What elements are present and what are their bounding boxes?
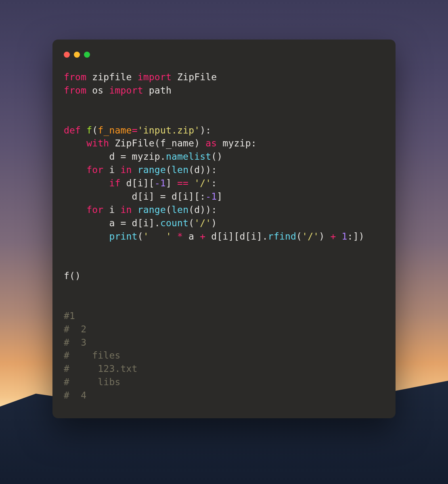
keyword-for: for	[86, 204, 103, 215]
keyword-in: in	[121, 204, 132, 215]
builtin-print: print	[109, 231, 137, 242]
string-literal: ' '	[143, 231, 172, 242]
parameter: f_name	[98, 125, 132, 136]
builtin-range: range	[138, 165, 166, 175]
string-literal: '/'	[194, 218, 211, 228]
keyword-if: if	[109, 178, 120, 188]
keyword-import: import	[109, 85, 143, 96]
code-window: from zipfile import ZipFile from os impo…	[52, 40, 396, 418]
comment: # files	[64, 350, 120, 361]
function-call: f()	[64, 271, 81, 281]
builtin-len: len	[172, 204, 188, 215]
keyword-with: with	[86, 138, 109, 148]
class-name: path	[149, 85, 172, 96]
keyword-def: def	[64, 125, 81, 136]
string-literal: '/'	[194, 178, 211, 188]
module-name: zipfile	[92, 72, 132, 82]
module-name: os	[92, 85, 103, 96]
comment: # 4	[64, 390, 86, 401]
keyword-as: as	[205, 138, 217, 148]
comment: #1	[64, 311, 75, 321]
keyword-for: for	[86, 165, 103, 175]
comment: # libs	[64, 377, 120, 387]
builtin-range: range	[138, 204, 166, 215]
string-literal: 'input.zip'	[138, 125, 200, 136]
keyword-from: from	[64, 85, 86, 96]
method-rfind: rfind	[268, 231, 296, 242]
code-editor[interactable]: from zipfile import ZipFile from os impo…	[64, 71, 384, 402]
comment: # 2	[64, 324, 86, 334]
method-count: count	[160, 218, 188, 228]
window-titlebar	[64, 49, 384, 58]
minimize-button[interactable]	[74, 52, 80, 58]
maximize-button[interactable]	[84, 52, 90, 58]
class-name: ZipFile	[177, 72, 217, 82]
function-name: f	[86, 125, 92, 136]
keyword-from: from	[64, 72, 86, 82]
builtin-len: len	[172, 165, 188, 175]
string-literal: '/'	[302, 231, 319, 242]
comment: # 123.txt	[64, 363, 138, 374]
method-call: namelist	[166, 151, 211, 162]
close-button[interactable]	[64, 52, 70, 58]
comment: # 3	[64, 337, 86, 348]
keyword-in: in	[121, 165, 132, 175]
keyword-import: import	[138, 72, 172, 82]
